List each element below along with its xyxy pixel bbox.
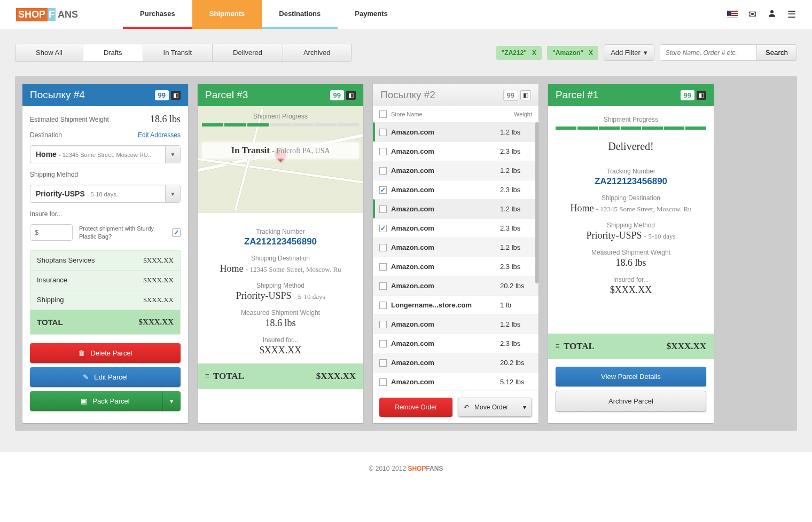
tab-in-transit[interactable]: In Transit [143,44,213,61]
pack-parcel-button[interactable]: ▣Pack Parcel▾ [30,391,181,411]
button-label: Pack Parcel [92,397,129,405]
list-item[interactable]: Amazon.com1.2 lbs [373,122,538,141]
flag-icon[interactable] [727,11,738,18]
item-checkbox[interactable] [379,129,387,136]
list-item[interactable]: Amazon.com1.2 lbs [373,238,538,257]
item-checkbox[interactable] [379,321,387,328]
dest-value: Home [570,203,594,213]
item-store: Amazon.com [391,128,500,136]
list-item[interactable]: Amazon.com2.3 lbs [373,141,538,161]
nav-payments[interactable]: Payments [338,0,404,29]
method-label: Shipping Method [205,282,356,289]
dest-value: Home [220,263,243,274]
item-checkbox[interactable] [379,282,387,290]
list-item[interactable]: Amazon.com1.2 lbs [373,161,538,180]
nav-destinations[interactable]: Destinations [262,0,338,29]
tab-delivered[interactable]: Delivered [213,44,283,61]
button-label: Edit Parcel [94,373,128,381]
item-checkbox[interactable] [379,359,387,367]
item-store: Amazon.com [391,167,500,175]
insure-amount-input[interactable] [30,224,73,241]
add-filter-button[interactable]: Add Filter▾ [604,44,654,61]
filter-right: "ZA212"X "Amazon"X Add Filter▾ Search [496,44,797,61]
tracking-number[interactable]: ZA212123456890 [556,176,706,187]
list-item[interactable]: Amazon.com2.3 lbs [373,257,538,276]
protect-checkbox[interactable]: ✓ [172,228,181,237]
tracking-label: Tracking Number [205,228,356,235]
tab-drafts[interactable]: Drafts [83,44,143,61]
item-checkbox[interactable] [379,302,387,309]
item-store: Amazon.com [391,205,500,213]
search-button[interactable]: Search [756,45,797,60]
list-item[interactable]: Amazon.com20.2 lbs [373,276,538,295]
chevron-down-icon: ▼ [165,146,180,163]
protect-label: Protect shipment with Sturdy Plastic Bag… [79,225,166,240]
filter-tag-amazon[interactable]: "Amazon"X [547,46,598,60]
filter-tag-za212[interactable]: "ZA212"X [496,46,542,60]
list-item[interactable]: ✓Amazon.com2.3 lbs [373,180,538,199]
total-bar: ≡TOTAL $XXX.XX [548,334,714,359]
dest-label: Shipping Destination [205,255,356,262]
action-row: Remove Order ↶ Move Order ▾ [373,391,538,423]
item-checkbox[interactable]: ✓ [379,225,387,232]
parcel-1-header: Parcel #1 99◧ [548,84,714,106]
list-item[interactable]: Longername...store.com1 lb [373,295,538,314]
close-icon[interactable]: X [532,49,536,57]
menu-icon[interactable]: ≡ [205,372,209,381]
item-weight: 5.12 lbs [500,378,532,386]
tab-archived[interactable]: Archived [283,44,351,61]
item-store: Amazon.com [391,186,500,194]
tab-show-all[interactable]: Show All [15,44,83,61]
footer: © 2010-2012 SHOPFANS [0,452,812,485]
shipping-method-select[interactable]: Priority-USPS- 5-10 days ▼ [30,185,181,203]
menu-icon[interactable]: ≡ [556,342,559,351]
nav-purchases[interactable]: Purchases [123,0,192,29]
est-weight-label: Estimated Shipment Weight [30,116,109,123]
user-icon[interactable] [767,9,777,21]
list-item[interactable]: ✓Amazon.com2.3 lbs [373,218,538,238]
item-checkbox[interactable] [379,244,387,251]
item-weight: 2.3 lbs [500,224,532,232]
item-checkbox[interactable]: ✓ [379,186,387,194]
dest-label: Shipping Destination [556,194,706,202]
remove-order-button[interactable]: Remove Order [379,398,452,417]
item-checkbox[interactable] [379,378,387,386]
list-item[interactable]: Amazon.com1.2 lbs [373,199,538,218]
item-checkbox[interactable] [379,263,387,271]
mail-icon[interactable]: ✉ [748,9,756,20]
list-item[interactable]: Amazon.com5.12 lbs [373,372,538,391]
edit-addresses-link[interactable]: Edit Addresses [138,131,181,139]
list-item[interactable]: Amazon.com20.2 lbs [373,353,538,372]
map[interactable]: Shipment Progress In Transit - Folcroft … [198,106,363,213]
search: Search [660,44,797,61]
nav-shipments[interactable]: Shipments [192,0,262,29]
list-header: Store Name Weight [373,106,538,122]
total-amount: $XXX.XX [667,341,706,352]
item-checkbox[interactable] [379,205,387,213]
close-icon[interactable]: X [589,49,593,57]
list-item[interactable]: Amazon.com1.2 lbs [373,314,538,334]
move-order-button[interactable]: ↶ Move Order ▾ [458,398,532,417]
item-list[interactable]: Amazon.com1.2 lbsAmazon.com2.3 lbsAmazon… [373,122,538,391]
edit-parcel-button[interactable]: ✎Edit Parcel [30,367,181,387]
list-item[interactable]: Amazon.com2.3 lbs [373,334,538,353]
menu-icon[interactable]: ☰ [787,9,796,20]
destination-select[interactable]: Home- 12345 Some Street, Moscow RU... ▼ [30,145,181,163]
select-all-checkbox[interactable] [379,110,387,118]
delete-parcel-button[interactable]: 🗑Delete Parcel [30,343,181,363]
logo-f: F [48,8,56,21]
item-checkbox[interactable] [379,167,387,175]
search-input[interactable] [660,45,756,60]
logo[interactable]: SHOPFANS [16,0,80,29]
tracking-number[interactable]: ZA212123456890 [205,236,356,247]
chevron-down-icon: ▾ [162,391,181,411]
copyright: © 2010-2012 [369,465,408,472]
view-parcel-details-button[interactable]: View Parcel Details [556,367,706,386]
item-checkbox[interactable] [379,340,387,347]
box-icon: ◧ [346,91,356,100]
item-checkbox[interactable] [379,148,387,155]
parcel-1: Parcel #1 99◧ Shipment Progress Delivere… [548,84,714,423]
archive-parcel-button[interactable]: Archive Parcel [556,391,706,412]
chevron-down-icon: ▾ [523,404,526,411]
map-status: In Transit [231,145,270,155]
